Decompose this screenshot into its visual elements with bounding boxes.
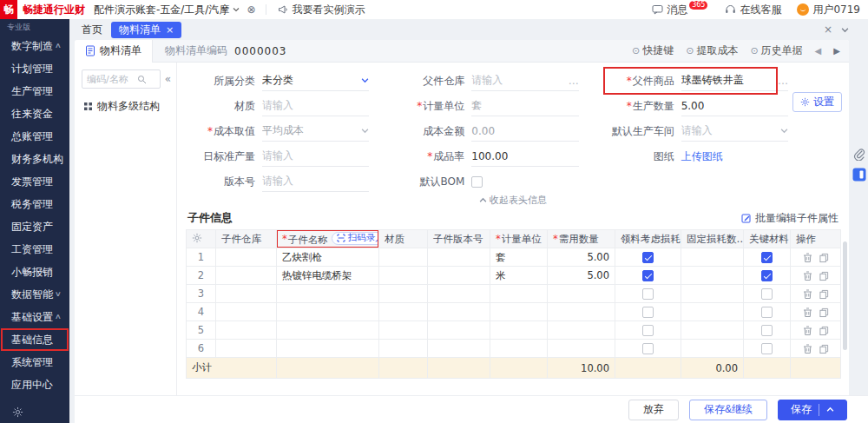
cell-unit[interactable] [490, 303, 548, 321]
key-material-checkbox[interactable] [761, 307, 773, 318]
material-input[interactable]: 请输入 [262, 96, 369, 116]
sidebar-item-12[interactable]: 基础设置∧ [0, 306, 69, 328]
sheet-tab-bom[interactable]: 物料清单 [75, 40, 153, 63]
cell-version[interactable] [428, 303, 490, 321]
shortcut-keys-button[interactable]: ⊙快捷键 [632, 43, 674, 58]
sidebar-item-5[interactable]: 财务多机构 [0, 148, 69, 170]
sidebar-item-3[interactable]: 往来资金 [0, 102, 69, 125]
cell-version[interactable] [428, 267, 490, 285]
workshop-select[interactable]: 请输入 [681, 122, 788, 142]
search-input[interactable] [87, 74, 137, 85]
search-icon[interactable] [137, 75, 147, 84]
sidebar-item-11[interactable]: 数据智能∨ [0, 283, 69, 306]
parent-warehouse-input[interactable]: 请输入 … [471, 71, 578, 91]
sidebar-item-13[interactable]: 基础信息 [0, 328, 69, 351]
column-config-header[interactable] [187, 230, 216, 248]
cell-name[interactable] [277, 285, 379, 303]
sidebar-item-10[interactable]: 小畅报销 [0, 261, 69, 283]
key-material-checkbox[interactable] [761, 288, 773, 300]
cell-qty[interactable] [548, 321, 615, 340]
cell-qty[interactable]: 5.00 [548, 248, 615, 267]
cell-warehouse[interactable] [216, 303, 277, 321]
delete-row-icon[interactable] [803, 307, 812, 318]
copy-row-icon[interactable] [819, 271, 829, 281]
cell-fixed-loss[interactable] [681, 303, 744, 321]
extract-cost-button[interactable]: ⊙提取成本 [686, 43, 738, 58]
collapse-panel-icon[interactable]: « [165, 73, 171, 85]
switch-icon[interactable]: ⊗ [247, 3, 255, 16]
loss-checkbox[interactable] [642, 270, 654, 281]
messages-button[interactable]: 消息 365 [652, 3, 709, 17]
cell-material[interactable] [379, 303, 428, 321]
cell-version[interactable] [428, 248, 490, 267]
attachment-button[interactable] [853, 148, 865, 161]
ellipsis-picker-icon[interactable]: … [565, 75, 579, 87]
cell-material[interactable] [379, 340, 428, 358]
cell-fixed-loss[interactable] [681, 285, 744, 303]
ellipsis-picker-icon[interactable]: … [774, 75, 788, 87]
loss-checkbox[interactable] [642, 307, 654, 318]
cell-warehouse[interactable] [216, 248, 277, 267]
cell-material[interactable] [379, 321, 428, 340]
unit-input[interactable]: 套 [471, 96, 578, 116]
cell-version[interactable] [428, 321, 490, 340]
key-material-checkbox[interactable] [761, 325, 773, 336]
default-bom-checkbox[interactable] [471, 176, 483, 188]
copy-row-icon[interactable] [819, 253, 829, 263]
sidebar-item-4[interactable]: 总账管理 [0, 125, 69, 148]
copy-row-icon[interactable] [819, 344, 829, 354]
sidebar-item-8[interactable]: 固定资产 [0, 215, 69, 238]
cell-fixed-loss[interactable] [681, 267, 744, 285]
cell-material[interactable] [379, 248, 428, 267]
cell-qty[interactable] [548, 340, 615, 358]
key-material-checkbox[interactable] [761, 252, 773, 263]
history-button[interactable]: ⊙历史单据 [750, 43, 802, 58]
cell-unit[interactable]: 套 [490, 248, 548, 267]
cell-fixed-loss[interactable] [681, 321, 744, 340]
cell-warehouse[interactable] [216, 340, 277, 358]
cell-name[interactable]: 乙炔割枪 [277, 248, 379, 267]
loss-checkbox[interactable] [642, 325, 654, 336]
sidebar-item-1[interactable]: 计划管理 [0, 57, 69, 80]
side-panel-button[interactable] [852, 168, 866, 182]
loss-checkbox[interactable] [642, 343, 654, 354]
key-material-checkbox[interactable] [761, 270, 773, 281]
yield-input[interactable]: 100.00 [471, 147, 578, 167]
tab-home[interactable]: 首页 [82, 23, 102, 37]
sidebar-item-2[interactable]: 生产管理 [0, 80, 69, 102]
sidebar-item-0[interactable]: 数字制造∧ [0, 35, 69, 57]
version-input[interactable]: 请输入 [262, 172, 369, 192]
cell-qty[interactable] [548, 303, 615, 321]
demo-link[interactable]: 我要看实例演示 [278, 3, 365, 17]
cost-amount-input[interactable]: 0.00 [471, 122, 578, 142]
cell-unit[interactable]: 米 [490, 267, 548, 285]
cell-warehouse[interactable] [216, 267, 277, 285]
sidebar-item-9[interactable]: 工资管理 [0, 238, 69, 261]
next-record-icon[interactable]: ▶ [833, 46, 840, 56]
delete-row-icon[interactable] [803, 326, 812, 336]
settings-button[interactable]: 设置 [792, 92, 842, 112]
cell-qty[interactable] [548, 285, 615, 303]
prod-qty-input[interactable]: 5.00 [681, 96, 788, 116]
batch-edit-button[interactable]: 批量编辑子件属性 [741, 211, 838, 226]
upload-drawing-link[interactable]: 上传图纸 [681, 149, 723, 164]
delete-row-icon[interactable] [803, 271, 812, 281]
cell-name[interactable] [277, 340, 379, 358]
category-select[interactable]: 未分类 [262, 71, 369, 91]
loss-checkbox[interactable] [642, 288, 654, 300]
loss-checkbox[interactable] [642, 252, 654, 263]
gear-icon[interactable] [192, 233, 202, 243]
daily-output-input[interactable]: 请输入 [262, 147, 369, 167]
sidebar-settings-button[interactable] [0, 402, 69, 423]
copy-row-icon[interactable] [819, 307, 829, 318]
cell-name[interactable] [277, 321, 379, 340]
parent-product-input[interactable]: 球墨铸铁井盖 … [681, 71, 788, 91]
cell-fixed-loss[interactable] [681, 248, 744, 267]
cell-version[interactable] [428, 340, 490, 358]
cell-warehouse[interactable] [216, 285, 277, 303]
discard-button[interactable]: 放弃 [628, 400, 679, 420]
cell-name[interactable]: 热镀锌电缆桥架 [277, 267, 379, 285]
cell-version[interactable] [428, 285, 490, 303]
tab-bom-active[interactable]: 物料清单 × [111, 22, 181, 38]
cell-unit[interactable] [490, 340, 548, 358]
